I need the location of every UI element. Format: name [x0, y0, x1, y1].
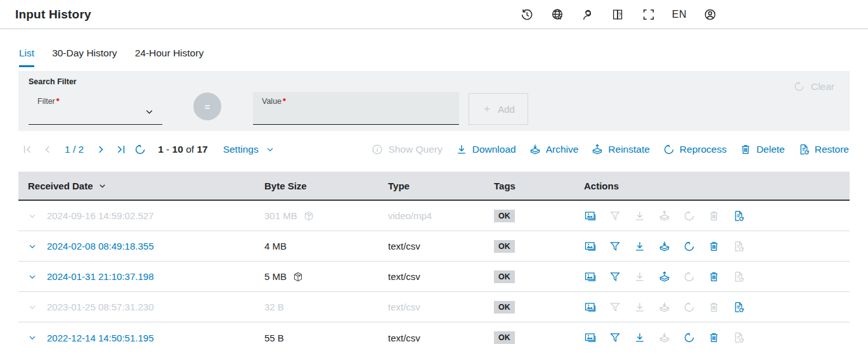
- column-received-date[interactable]: Received Date: [28, 181, 264, 191]
- required-asterisk: *: [283, 97, 286, 106]
- result-range: 1 - 10 of 17: [158, 144, 207, 155]
- page-indicator[interactable]: 1 / 2: [65, 144, 84, 155]
- type-cell: video/mp4: [388, 210, 494, 221]
- status-badge: OK: [494, 270, 515, 283]
- operator-button[interactable]: =: [193, 92, 221, 120]
- received-date-link[interactable]: 2022-12-14 14:50:51.195: [47, 333, 264, 343]
- archive-icon[interactable]: [658, 240, 671, 253]
- preview-icon[interactable]: [584, 301, 597, 314]
- restore-icon[interactable]: [732, 210, 745, 222]
- received-date-link[interactable]: 2023-01-25 08:57:31.230: [47, 302, 264, 312]
- table-body: 2024-09-16 14:59:02.527 301 MB video/mp4…: [18, 201, 850, 353]
- restore-icon[interactable]: [732, 270, 745, 283]
- filter-icon[interactable]: [609, 270, 621, 283]
- required-asterisk: *: [56, 97, 60, 106]
- reprocess-icon[interactable]: [683, 270, 696, 283]
- filter-icon[interactable]: [609, 210, 621, 222]
- expand-row-icon[interactable]: [18, 333, 47, 343]
- reprocess-icon[interactable]: [683, 331, 696, 344]
- restore-icon[interactable]: [732, 331, 745, 344]
- archive-icon[interactable]: [658, 270, 671, 283]
- refresh-icon: [793, 80, 805, 92]
- tab-list[interactable]: List: [19, 48, 34, 67]
- filter-icon[interactable]: [609, 301, 621, 314]
- status-badge: OK: [494, 301, 515, 314]
- tab-30-day-history[interactable]: 30-Day History: [52, 48, 117, 67]
- table-row: 2024-09-16 14:59:02.527 301 MB video/mp4…: [18, 201, 850, 231]
- value-label: Value*: [253, 92, 459, 106]
- received-date-link[interactable]: 2024-09-16 14:59:02.527: [47, 210, 264, 221]
- archive-icon[interactable]: [658, 210, 671, 222]
- filter-icon[interactable]: [609, 331, 621, 344]
- support-icon[interactable]: [581, 8, 595, 22]
- add-filter-button[interactable]: Add: [469, 93, 528, 125]
- account-icon[interactable]: [703, 8, 717, 22]
- input-history-table: Received Date Byte Size Type Tags Action…: [18, 172, 850, 353]
- search-filter-panel: Search Filter Filter* = Value* Add Clear: [18, 71, 850, 131]
- trash-icon[interactable]: [708, 301, 720, 314]
- previous-page-icon[interactable]: [41, 143, 54, 156]
- next-page-icon[interactable]: [94, 143, 107, 156]
- reinstate-button[interactable]: Reinstate: [591, 143, 649, 156]
- sort-chevron-down-icon[interactable]: [98, 181, 107, 191]
- reprocess-button[interactable]: Reprocess: [663, 143, 727, 156]
- reprocess-icon[interactable]: [683, 301, 696, 314]
- preview-icon[interactable]: [584, 331, 597, 344]
- preview-icon[interactable]: [584, 270, 597, 283]
- download-icon[interactable]: [633, 270, 646, 283]
- row-actions: [584, 301, 850, 314]
- chevron-down-icon: [265, 144, 275, 155]
- row-actions: [584, 240, 850, 253]
- trash-icon[interactable]: [708, 331, 720, 344]
- expand-row-icon[interactable]: [18, 272, 47, 282]
- value-input[interactable]: Value*: [253, 92, 459, 125]
- reprocess-icon[interactable]: [683, 210, 696, 222]
- archive-icon[interactable]: [658, 331, 671, 344]
- byte-size-cell: 301 MB: [264, 210, 388, 222]
- tab-bar: List 30-Day History 24-Hour History: [0, 48, 868, 67]
- filter-select[interactable]: Filter*: [29, 92, 162, 125]
- reprocess-icon[interactable]: [683, 240, 696, 253]
- show-query-button[interactable]: Show Query: [371, 143, 442, 156]
- restore-icon[interactable]: [732, 240, 745, 253]
- download-icon[interactable]: [633, 240, 646, 253]
- trash-icon[interactable]: [708, 270, 720, 283]
- trash-icon[interactable]: [708, 210, 720, 222]
- archive-button[interactable]: Archive: [529, 143, 579, 156]
- help-icon[interactable]: ?: [611, 8, 625, 22]
- received-date-link[interactable]: 2024-02-08 08:49:18.355: [47, 241, 264, 251]
- status-badge: OK: [494, 240, 515, 253]
- settings-dropdown[interactable]: Settings: [223, 144, 275, 155]
- trash-icon[interactable]: [708, 240, 720, 253]
- download-icon[interactable]: [633, 210, 646, 222]
- expand-row-icon[interactable]: [18, 211, 47, 221]
- download-button[interactable]: Download: [455, 143, 516, 156]
- expand-row-icon[interactable]: [18, 241, 47, 251]
- table-row: 2023-01-25 08:57:31.230 32 B text/csv OK: [18, 292, 850, 322]
- expand-row-icon[interactable]: [18, 302, 47, 312]
- download-icon[interactable]: [633, 331, 646, 344]
- archive-icon[interactable]: [658, 301, 671, 314]
- last-page-icon[interactable]: [114, 143, 127, 156]
- type-cell: text/csv: [388, 271, 494, 282]
- restore-button[interactable]: Restore: [798, 143, 849, 156]
- language-selector[interactable]: EN: [672, 9, 687, 20]
- byte-size-cell: 55 B: [264, 333, 388, 343]
- type-cell: text/csv: [388, 241, 494, 251]
- download-icon[interactable]: [633, 301, 646, 314]
- filter-icon[interactable]: [609, 240, 621, 253]
- history-icon[interactable]: [520, 8, 534, 22]
- tab-24-hour-history[interactable]: 24-Hour History: [135, 48, 204, 67]
- page-title: Input History: [15, 8, 91, 22]
- preview-icon[interactable]: [584, 210, 597, 222]
- refresh-list-icon[interactable]: [134, 143, 146, 156]
- globe-icon[interactable]: [550, 8, 564, 22]
- clear-filter-button[interactable]: Clear: [793, 80, 834, 92]
- received-date-link[interactable]: 2024-01-31 21:10:37.198: [47, 271, 264, 282]
- column-tags: Tags: [494, 181, 584, 191]
- restore-icon[interactable]: [732, 301, 745, 314]
- first-page-icon[interactable]: [22, 143, 34, 156]
- fullscreen-icon[interactable]: [642, 8, 656, 22]
- preview-icon[interactable]: [584, 240, 597, 253]
- delete-button[interactable]: Delete: [739, 143, 785, 156]
